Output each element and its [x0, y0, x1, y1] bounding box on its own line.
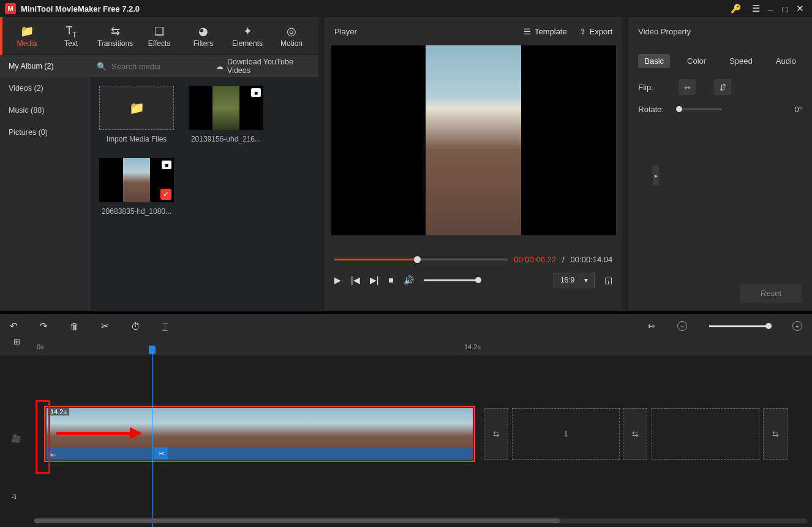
timeline[interactable]: ⊞ 0s 14.2s 🎥 ♫ 14.2s 🔈 ✂ ⇆ ⇩ ⇆ ⇆: [0, 338, 812, 527]
album-videos[interactable]: Videos (2): [0, 77, 91, 99]
search-input[interactable]: [110, 61, 216, 72]
speaker-icon: 🔈: [49, 450, 58, 458]
export-button[interactable]: ⇪Export: [579, 27, 613, 36]
minimize-button[interactable]: –: [763, 4, 778, 14]
library-panel: 📁Media TTText ⇆Transitions ❑Effects ◕Fil…: [0, 17, 318, 311]
next-frame-button[interactable]: ▶|: [370, 275, 379, 285]
transition-slot[interactable]: ⇆: [484, 408, 508, 460]
timeline-scrollbar[interactable]: [34, 518, 807, 523]
video-badge-icon: ■: [162, 161, 171, 169]
zoom-slider[interactable]: [709, 325, 770, 327]
tab-elements[interactable]: ✦Elements: [225, 25, 269, 48]
timeline-toolbar: ↶ ↷ 🗑 ✂ ⏱ ⌶ ⇿ − +: [0, 314, 812, 338]
prop-tab-color[interactable]: Color: [681, 54, 712, 68]
tab-filters[interactable]: ◕Filters: [181, 25, 225, 48]
menu-icon[interactable]: ☰: [748, 3, 763, 14]
import-tile[interactable]: 📁 Import Media Files: [99, 86, 174, 143]
clip-duration: 14.2s: [48, 408, 69, 415]
preview-viewport: [331, 45, 616, 235]
clip-audio-strip: 🔈: [47, 447, 473, 460]
collapse-handle[interactable]: ▸: [653, 165, 659, 185]
annotation-arrow: [56, 429, 142, 438]
titlebar: M MiniTool MovieMaker Free 7.2.0 🔑 ☰ – □…: [0, 0, 812, 17]
chevron-down-icon: ▾: [584, 276, 588, 284]
tab-text[interactable]: TTText: [49, 25, 93, 48]
transition-slot[interactable]: ⇆: [623, 408, 647, 460]
crop-button[interactable]: ⌶: [162, 321, 168, 332]
rotate-slider[interactable]: [679, 108, 721, 110]
audio-track-icon: ♫: [11, 491, 17, 501]
time-total: 00:00:14.04: [571, 255, 613, 264]
media-tile-1[interactable]: ■ 20139156-uhd_216...: [189, 86, 263, 143]
cloud-download-icon: ☁: [216, 62, 224, 71]
flip-v-icon: ⇵: [720, 83, 726, 92]
fullscreen-button[interactable]: ◱: [604, 275, 612, 285]
export-icon: ⇪: [579, 27, 586, 36]
tab-motion[interactable]: ◎Motion: [269, 25, 314, 48]
tab-effects[interactable]: ❑Effects: [137, 25, 181, 48]
play-button[interactable]: ▶: [334, 275, 341, 285]
layers-icon: ☰: [524, 27, 531, 36]
add-track-icon[interactable]: ⊞: [13, 337, 20, 346]
template-button[interactable]: ☰Template: [524, 27, 567, 36]
prop-tab-basic[interactable]: Basic: [638, 54, 670, 68]
reset-button[interactable]: Reset: [740, 284, 802, 303]
close-button[interactable]: ✕: [792, 3, 807, 14]
property-panel: Video Property Basic Color Speed Audio F…: [628, 17, 812, 311]
flip-horizontal-button[interactable]: ⇿: [679, 79, 696, 95]
speed-button[interactable]: ⏱: [131, 321, 140, 332]
rotate-value: 0°: [795, 105, 802, 114]
timeline-ruler[interactable]: ⊞ 0s 14.2s: [0, 338, 812, 355]
zoom-out-button[interactable]: −: [677, 321, 687, 331]
album-pictures[interactable]: Pictures (0): [0, 121, 91, 143]
flip-h-icon: ⇿: [684, 83, 691, 92]
rotate-label: Rotate:: [638, 105, 679, 114]
redo-button[interactable]: ↷: [40, 320, 48, 332]
empty-clip-slot[interactable]: ⇩: [512, 408, 620, 460]
video-track-icon: 🎥: [11, 434, 21, 443]
prop-tab-speed[interactable]: Speed: [723, 54, 759, 68]
tab-transitions[interactable]: ⇆Transitions: [93, 25, 137, 48]
seek-bar[interactable]: [334, 259, 508, 260]
key-icon[interactable]: 🔑: [731, 4, 741, 13]
check-icon: ✓: [160, 189, 171, 200]
aspect-ratio-select[interactable]: 16:9▾: [554, 273, 595, 287]
annotation-box: [36, 400, 50, 474]
time-current: 00:00:06.22: [514, 255, 556, 264]
player-title: Player: [334, 27, 357, 36]
prev-frame-button[interactable]: |◀: [351, 275, 360, 285]
flip-label: Flip:: [638, 83, 679, 92]
split-button[interactable]: ✂: [101, 320, 109, 332]
album-music[interactable]: Music (88): [0, 99, 91, 121]
volume-icon[interactable]: 🔊: [404, 275, 414, 285]
undo-button[interactable]: ↶: [10, 320, 18, 332]
zoom-in-button[interactable]: +: [792, 321, 802, 331]
folder-icon: 📁: [129, 100, 145, 115]
volume-slider[interactable]: [424, 279, 479, 281]
scissors-icon[interactable]: ✂: [154, 447, 168, 460]
prop-tab-audio[interactable]: Audio: [770, 54, 802, 68]
stop-button[interactable]: ■: [388, 275, 393, 285]
search-icon: 🔍: [97, 62, 107, 71]
delete-button[interactable]: 🗑: [70, 321, 79, 332]
maximize-button[interactable]: □: [778, 4, 792, 14]
app-title: MiniTool MovieMaker Free 7.2.0: [21, 4, 140, 13]
transition-slot[interactable]: ⇆: [763, 408, 788, 460]
property-title: Video Property: [638, 27, 691, 36]
empty-clip-slot[interactable]: [652, 408, 759, 460]
snap-icon[interactable]: ⇿: [647, 320, 655, 332]
video-badge-icon: ■: [251, 88, 261, 97]
app-logo: M: [5, 3, 16, 14]
player-panel: Player ☰Template ⇪Export 00:00:06.22 / 0…: [325, 17, 622, 311]
media-tile-2[interactable]: ■ ✓ 20683835-hd_1080...: [99, 158, 174, 216]
album-myalbum[interactable]: My Album (2): [0, 55, 91, 77]
tab-media[interactable]: 📁Media: [5, 25, 49, 48]
download-youtube-link[interactable]: ☁ Download YouTube Videos: [216, 58, 312, 75]
flip-vertical-button[interactable]: ⇵: [714, 79, 731, 95]
